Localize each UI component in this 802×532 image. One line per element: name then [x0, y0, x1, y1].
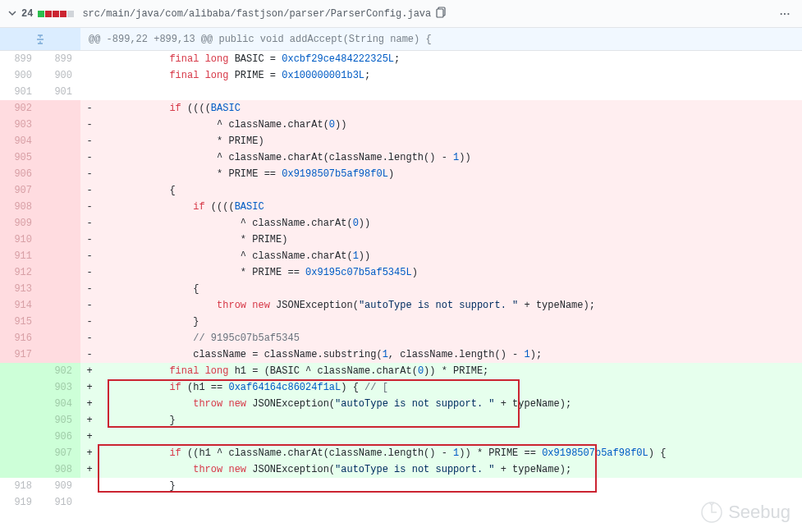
- more-options-icon[interactable]: ···: [777, 8, 794, 20]
- new-line-number[interactable]: 899: [40, 51, 80, 67]
- code-content: if ((((BASIC: [99, 199, 802, 215]
- new-line-number[interactable]: 904: [40, 396, 80, 412]
- new-line-number[interactable]: [40, 248, 80, 264]
- diff-row: 911- ^ className.charAt(1)): [0, 248, 802, 264]
- new-line-number[interactable]: 906: [40, 429, 80, 445]
- diff-row: 906+: [0, 429, 802, 445]
- new-line-number[interactable]: 901: [40, 84, 80, 100]
- new-line-number[interactable]: [40, 215, 80, 232]
- new-line-number[interactable]: [40, 281, 80, 297]
- code-content: throw new JSONException("autoType is not…: [99, 297, 802, 314]
- new-line-number[interactable]: [40, 100, 80, 117]
- code-content: ^ className.charAt(0)): [99, 117, 802, 133]
- code-content: ^ className.charAt(className.length() - …: [99, 149, 802, 166]
- new-line-number[interactable]: [40, 149, 80, 166]
- diff-row: 918909 }: [0, 478, 802, 494]
- diff-row: 907+ if ((h1 ^ className.charAt(classNam…: [0, 445, 802, 461]
- new-line-number[interactable]: 905: [40, 412, 80, 429]
- code-content: [99, 84, 802, 100]
- code-content: * PRIME): [99, 133, 802, 149]
- code-content: }: [99, 412, 802, 429]
- old-line-number[interactable]: 900: [0, 67, 40, 84]
- expand-icon[interactable]: [0, 28, 80, 50]
- diff-row: 910- * PRIME): [0, 232, 802, 248]
- diff-marker: [80, 67, 99, 84]
- old-line-number[interactable]: 918: [0, 478, 40, 494]
- new-line-number[interactable]: [40, 330, 80, 346]
- diff-marker: +: [80, 429, 99, 445]
- new-line-number[interactable]: 910: [40, 494, 80, 511]
- old-line-number[interactable]: 906: [0, 166, 40, 182]
- old-line-number[interactable]: 901: [0, 84, 40, 100]
- old-line-number[interactable]: 913: [0, 281, 40, 297]
- code-content: final long h1 = (BASIC ^ className.charA…: [99, 363, 802, 379]
- old-line-number[interactable]: 908: [0, 199, 40, 215]
- new-line-number[interactable]: [40, 117, 80, 133]
- code-content: }: [99, 314, 802, 330]
- new-line-number[interactable]: [40, 297, 80, 314]
- code-content: throw new JSONException("autoType is not…: [99, 461, 802, 478]
- new-line-number[interactable]: [40, 314, 80, 330]
- diff-row: 902- if ((((BASIC: [0, 100, 802, 117]
- diff-row: 917- className = className.substring(1, …: [0, 346, 802, 363]
- old-line-number[interactable]: 912: [0, 264, 40, 281]
- old-line-number[interactable]: 899: [0, 51, 40, 67]
- old-line-number[interactable]: [0, 429, 40, 445]
- diff-marker: -: [80, 215, 99, 232]
- diff-row: 905- ^ className.charAt(className.length…: [0, 149, 802, 166]
- old-line-number[interactable]: 914: [0, 297, 40, 314]
- diff-row: 906- * PRIME == 0x9198507b5af98f0L): [0, 166, 802, 182]
- new-line-number[interactable]: 900: [40, 67, 80, 84]
- chevron-down-icon[interactable]: [8, 8, 16, 20]
- code-content: ^ className.charAt(0)): [99, 215, 802, 232]
- diff-marker: -: [80, 314, 99, 330]
- old-line-number[interactable]: 907: [0, 182, 40, 199]
- old-line-number[interactable]: [0, 363, 40, 379]
- new-line-number[interactable]: [40, 199, 80, 215]
- diff-marker: -: [80, 232, 99, 248]
- old-line-number[interactable]: 911: [0, 248, 40, 264]
- new-line-number[interactable]: 902: [40, 363, 80, 379]
- new-line-number[interactable]: [40, 182, 80, 199]
- old-line-number[interactable]: [0, 396, 40, 412]
- old-line-number[interactable]: [0, 461, 40, 478]
- old-line-number[interactable]: 909: [0, 215, 40, 232]
- old-line-number[interactable]: 919: [0, 494, 40, 511]
- diff-marker: [80, 494, 99, 511]
- old-line-number[interactable]: 905: [0, 149, 40, 166]
- diff-row: 904- * PRIME): [0, 133, 802, 149]
- new-line-number[interactable]: [40, 133, 80, 149]
- diff-marker: -: [80, 346, 99, 363]
- code-content: [99, 494, 802, 511]
- new-line-number[interactable]: 908: [40, 461, 80, 478]
- new-line-number[interactable]: 907: [40, 445, 80, 461]
- old-line-number[interactable]: 904: [0, 133, 40, 149]
- new-line-number[interactable]: [40, 232, 80, 248]
- copy-icon[interactable]: [436, 7, 447, 21]
- diff-marker: -: [80, 100, 99, 117]
- diff-marker: [80, 84, 99, 100]
- old-line-number[interactable]: [0, 445, 40, 461]
- old-line-number[interactable]: 916: [0, 330, 40, 346]
- new-line-number[interactable]: [40, 166, 80, 182]
- hunk-info: @@ -899,22 +899,13 @@ public void addAcc…: [80, 34, 432, 45]
- diff-marker: -: [80, 149, 99, 166]
- code-content: className = className.substring(1, class…: [99, 346, 802, 363]
- new-line-number[interactable]: 909: [40, 478, 80, 494]
- diff-row: 915- }: [0, 314, 802, 330]
- diffstat-blocks: [38, 11, 74, 17]
- new-line-number[interactable]: 903: [40, 379, 80, 396]
- old-line-number[interactable]: [0, 412, 40, 429]
- new-line-number[interactable]: [40, 264, 80, 281]
- new-line-number[interactable]: [40, 346, 80, 363]
- old-line-number[interactable]: 917: [0, 346, 40, 363]
- old-line-number[interactable]: 915: [0, 314, 40, 330]
- old-line-number[interactable]: 902: [0, 100, 40, 117]
- old-line-number[interactable]: 903: [0, 117, 40, 133]
- old-line-number[interactable]: 910: [0, 232, 40, 248]
- code-content: ^ className.charAt(1)): [99, 248, 802, 264]
- old-line-number[interactable]: [0, 379, 40, 396]
- file-path[interactable]: src/main/java/com/alibaba/fastjson/parse…: [82, 8, 431, 20]
- diff-row: 919910: [0, 494, 802, 511]
- diff-row: 912- * PRIME == 0x9195c07b5af5345L): [0, 264, 802, 281]
